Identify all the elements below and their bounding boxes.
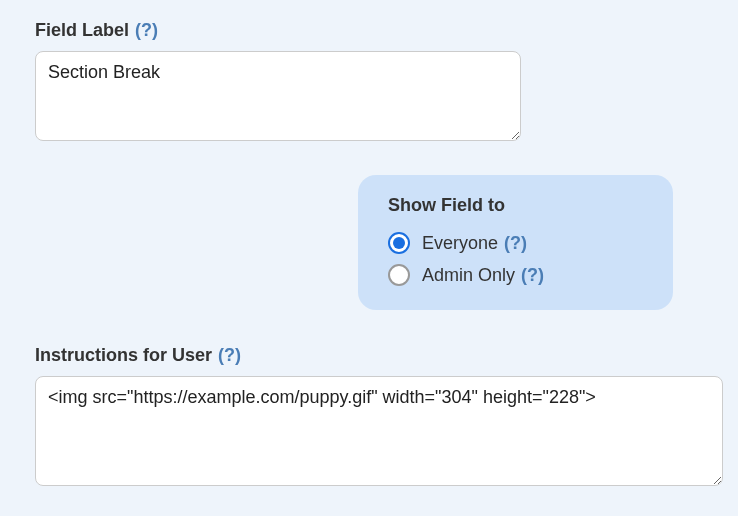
instructions-header: Instructions for User (?) [35, 345, 703, 366]
radio-everyone[interactable] [388, 232, 410, 254]
instructions-help-icon[interactable]: (?) [218, 345, 241, 366]
radio-admin[interactable] [388, 264, 410, 286]
radio-everyone-label: Everyone [422, 233, 498, 254]
radio-everyone-label-wrap: Everyone (?) [422, 233, 527, 254]
show-field-panel: Show Field to Everyone (?) Admin Only (?… [358, 175, 673, 310]
show-field-title: Show Field to [388, 195, 643, 216]
field-label-group: Field Label (?) [35, 20, 703, 145]
radio-admin-label-wrap: Admin Only (?) [422, 265, 544, 286]
field-label-title: Field Label [35, 20, 129, 41]
field-label-input[interactable] [35, 51, 521, 141]
field-label-header: Field Label (?) [35, 20, 703, 41]
show-field-option-everyone[interactable]: Everyone (?) [388, 232, 643, 254]
instructions-input[interactable] [35, 376, 723, 486]
show-field-option-admin[interactable]: Admin Only (?) [388, 264, 643, 286]
radio-admin-help-icon[interactable]: (?) [521, 265, 544, 286]
radio-admin-label: Admin Only [422, 265, 515, 286]
instructions-title: Instructions for User [35, 345, 212, 366]
field-label-help-icon[interactable]: (?) [135, 20, 158, 41]
radio-everyone-help-icon[interactable]: (?) [504, 233, 527, 254]
instructions-group: Instructions for User (?) [35, 345, 703, 490]
